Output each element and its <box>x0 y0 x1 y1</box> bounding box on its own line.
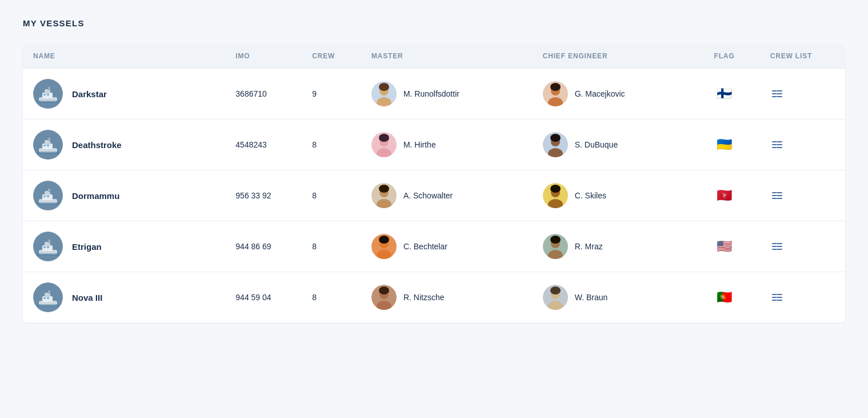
vessel-name-cell: Darkstar <box>23 69 225 120</box>
master-name: M. Runolfsdottir <box>403 89 459 98</box>
svg-rect-95 <box>37 304 59 306</box>
page-container: MY VESSELS NAME IMO CREW MASTER CHIEF EN… <box>0 0 868 341</box>
crew-list-button[interactable] <box>770 240 835 253</box>
vessel-imo: 944 59 04 <box>225 272 302 323</box>
chief-avatar <box>543 234 568 259</box>
svg-rect-49 <box>47 196 49 197</box>
table-row: Darkstar 36867109 M. Runolfsdottir G. Ma… <box>23 69 845 120</box>
svg-rect-5 <box>47 94 49 95</box>
svg-point-37 <box>550 134 561 142</box>
svg-rect-27 <box>47 145 49 146</box>
vessel-name-cell: Dormammu <box>23 170 225 221</box>
page-title: MY VESSELS <box>23 18 845 28</box>
vessel-name-text: Etrigan <box>72 242 102 252</box>
col-imo: IMO <box>225 44 302 69</box>
chief-avatar <box>543 285 568 310</box>
vessel-avatar <box>33 79 63 109</box>
flag-icon: 🇺🇦 <box>714 138 735 152</box>
svg-rect-93 <box>47 297 49 299</box>
vessel-name-cell: Deathstroke <box>23 120 225 170</box>
chief-name: W. Braun <box>575 293 608 302</box>
master-avatar <box>371 81 397 106</box>
crew-list-button[interactable] <box>770 290 835 304</box>
vessel-crew-list-cell[interactable] <box>760 221 845 272</box>
crew-list-button[interactable] <box>770 87 835 101</box>
master-name: M. Hirthe <box>403 140 436 149</box>
vessel-crew-count: 8 <box>302 170 361 221</box>
vessel-master-cell: C. Bechtelar <box>361 221 533 272</box>
chief-avatar <box>543 132 568 157</box>
chief-name: G. Macejkovic <box>575 89 625 98</box>
svg-point-81 <box>550 236 561 244</box>
vessel-imo: 944 86 69 <box>225 221 302 272</box>
vessel-crew-list-cell[interactable] <box>760 69 845 120</box>
vessel-master-cell: A. Schowalter <box>361 170 533 221</box>
vessel-master-cell: R. Nitzsche <box>361 272 533 323</box>
vessel-crew-count: 8 <box>302 221 361 272</box>
col-crew: CREW <box>302 44 361 69</box>
col-name: NAME <box>23 44 225 69</box>
crew-list-button[interactable] <box>770 189 835 202</box>
table-row: Deathstroke 45482438 M. Hirthe S. DuBuqu… <box>23 120 845 170</box>
vessel-imo: 3686710 <box>225 69 302 120</box>
chief-name: S. DuBuque <box>575 140 618 149</box>
svg-rect-94 <box>48 290 50 294</box>
svg-rect-29 <box>37 152 59 154</box>
chief-avatar <box>543 183 568 208</box>
table-row: Dormammu 956 33 928 A. Schowalter C. Ski… <box>23 170 845 221</box>
svg-point-11 <box>379 83 389 91</box>
svg-rect-71 <box>47 246 49 248</box>
vessel-master-cell: M. Runolfsdottir <box>361 69 533 120</box>
chief-avatar <box>543 81 568 106</box>
vessel-chief-engineer-cell: G. Macejkovic <box>533 69 704 120</box>
svg-point-77 <box>379 236 389 244</box>
svg-rect-92 <box>43 297 46 299</box>
flag-icon: 🇵🇹 <box>714 290 735 304</box>
svg-point-15 <box>550 83 561 91</box>
svg-rect-51 <box>37 202 59 205</box>
chief-name: C. Skiles <box>575 191 606 200</box>
flag-icon: 🇮🇲 <box>714 189 735 202</box>
master-avatar <box>371 132 397 157</box>
chief-name: R. Mraz <box>575 242 603 251</box>
vessel-flag-cell: 🇺🇸 <box>704 221 760 272</box>
svg-rect-70 <box>43 246 46 248</box>
svg-rect-28 <box>48 138 50 141</box>
vessel-avatar <box>33 181 63 210</box>
vessel-imo: 4548243 <box>225 120 302 170</box>
vessel-crew-list-cell[interactable] <box>760 272 845 323</box>
vessel-chief-engineer-cell: W. Braun <box>533 272 704 323</box>
svg-rect-48 <box>43 196 46 197</box>
table-header: NAME IMO CREW MASTER CHIEF ENGINEER FLAG… <box>23 44 845 69</box>
vessel-chief-engineer-cell: S. DuBuque <box>533 120 704 170</box>
col-crew-list: CREW LIST <box>760 44 845 69</box>
master-name: A. Schowalter <box>403 191 453 200</box>
vessels-table: NAME IMO CREW MASTER CHIEF ENGINEER FLAG… <box>23 44 845 323</box>
vessel-name-text: Nova III <box>72 293 102 302</box>
master-name: C. Bechtelar <box>403 242 447 251</box>
vessel-crew-count: 8 <box>302 272 361 323</box>
master-avatar <box>371 285 397 310</box>
vessel-name-text: Dormammu <box>72 191 119 201</box>
svg-rect-72 <box>48 240 50 243</box>
table-row: Nova III 944 59 048 R. Nitzsche W. Braun… <box>23 272 845 323</box>
svg-rect-7 <box>37 101 59 103</box>
crew-list-button[interactable] <box>770 138 835 152</box>
vessel-avatar <box>33 130 63 160</box>
master-name: R. Nitzsche <box>403 293 445 302</box>
svg-point-99 <box>379 286 389 294</box>
col-master: MASTER <box>361 44 533 69</box>
vessel-chief-engineer-cell: C. Skiles <box>533 170 704 221</box>
vessel-imo: 956 33 92 <box>225 170 302 221</box>
col-flag: FLAG <box>704 44 760 69</box>
vessel-name-text: Deathstroke <box>72 140 122 150</box>
vessel-crew-list-cell[interactable] <box>760 170 845 221</box>
vessel-crew-list-cell[interactable] <box>760 120 845 170</box>
vessel-crew-count: 9 <box>302 69 361 120</box>
master-avatar <box>371 183 397 208</box>
col-chief-engineer: CHIEF ENGINEER <box>533 44 704 69</box>
flag-icon: 🇺🇸 <box>714 240 735 253</box>
flag-icon: 🇫🇮 <box>714 87 735 101</box>
table-body: Darkstar 36867109 M. Runolfsdottir G. Ma… <box>23 69 845 323</box>
svg-rect-6 <box>48 87 50 90</box>
